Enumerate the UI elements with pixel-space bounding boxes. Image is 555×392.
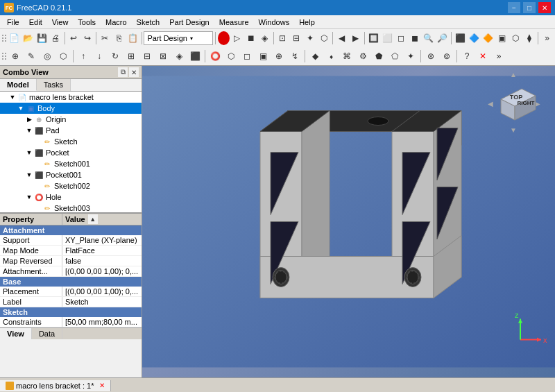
menu-file[interactable]: File [3, 17, 24, 28]
pd-btn15[interactable]: ◻ [239, 49, 255, 64]
menu-windows[interactable]: Windows [255, 17, 294, 28]
tree-item-hole[interactable]: ▼ ⭕ Hole [0, 191, 142, 203]
combo-float-btn[interactable]: ⧉ [118, 67, 128, 77]
pd-btn23[interactable]: ⬟ [371, 49, 386, 64]
print-button[interactable]: 🖨 [49, 31, 62, 46]
view-draw[interactable]: ✦ [304, 31, 317, 46]
tree-arrow-hole[interactable]: ▼ [25, 194, 33, 201]
pd-btn7[interactable]: ↻ [108, 49, 123, 64]
tb-btn-4[interactable]: ◈ [258, 31, 271, 46]
pd-btn17[interactable]: ⊕ [271, 49, 287, 64]
pd-btn19[interactable]: ◆ [307, 49, 323, 64]
nav-right[interactable]: ▶ [349, 31, 362, 46]
prop-row-placement[interactable]: Placement [(0,00 0,00 1,00); 0,... [0, 287, 142, 297]
tree-item-sketch001[interactable]: ▶ ✏ Sketch001 [0, 158, 142, 169]
pd-btn16[interactable]: ▣ [255, 49, 271, 64]
zoom-out[interactable]: 🔎 [436, 31, 449, 46]
pd-btn18[interactable]: ↯ [287, 49, 302, 64]
view6[interactable]: ◼ [408, 31, 421, 46]
tree-item-sketch002[interactable]: ▶ ✏ Sketch002 [0, 180, 142, 191]
workbench-dropdown[interactable]: Part Design ▾ [144, 31, 213, 45]
pd-btn12[interactable]: ⬛ [187, 49, 203, 64]
nav-left[interactable]: ◀ [335, 31, 348, 46]
menu-macro[interactable]: Macro [101, 17, 131, 28]
tree-item-sketch003[interactable]: ▶ ✏ Sketch003 [0, 203, 142, 213]
view-ortho[interactable]: ⬡ [318, 31, 331, 46]
menu-view[interactable]: View [48, 17, 73, 28]
close-tb-btn[interactable]: ✕ [475, 49, 490, 64]
tab-model[interactable]: Model [0, 79, 37, 91]
view3[interactable]: 🔲 [367, 31, 380, 46]
combo-close-btn[interactable]: ✕ [129, 67, 139, 77]
pd-btn3[interactable]: ◎ [40, 49, 55, 64]
prop-row-attachment[interactable]: Attachment... [(0,00 0,00 1,00); 0,... [0, 266, 142, 277]
copy-button[interactable]: ⎘ [112, 31, 126, 46]
view-fit-sel[interactable]: ⊟ [290, 31, 303, 46]
lp-tab-data[interactable]: Data [32, 328, 62, 339]
minimize-button[interactable]: − [508, 2, 520, 13]
pd-btn10[interactable]: ⊠ [155, 49, 171, 64]
tree-item-body[interactable]: ▼ ▣ Body [0, 103, 142, 114]
tree-root[interactable]: ▼ 📄 macro lens bracket [0, 92, 142, 103]
pd-btn11[interactable]: ◈ [171, 49, 187, 64]
pd-btn8[interactable]: ⊞ [123, 49, 139, 64]
pd-btn4[interactable]: ⬡ [56, 49, 71, 64]
tab-tasks[interactable]: Tasks [37, 79, 71, 91]
bottom-tab-close-btn[interactable]: ✕ [99, 382, 105, 389]
menu-measure[interactable]: Measure [215, 17, 253, 28]
tree-item-pad[interactable]: ▼ ⬛ Pad [0, 125, 142, 136]
pd-btn27[interactable]: ⊚ [439, 49, 454, 64]
tree-arrow-pocket001[interactable]: ▼ [25, 171, 33, 178]
pd-btn5[interactable]: ↑ [76, 49, 91, 64]
tree-item-sketch[interactable]: ▶ ✏ Sketch [0, 136, 142, 147]
help-btn[interactable]: ? [459, 49, 475, 64]
bottom-tab-document[interactable]: macro lens bracket : 1* ✕ [0, 380, 111, 391]
tree-item-pocket[interactable]: ▼ ⬛ Pocket [0, 147, 142, 158]
menu-sketch[interactable]: Sketch [133, 17, 164, 28]
tree-arrow-origin[interactable]: ▶ [25, 116, 33, 123]
pd-btn6[interactable]: ↓ [92, 49, 107, 64]
tree-arrow-pocket[interactable]: ▼ [25, 149, 33, 156]
prop-row-mapreversed[interactable]: Map Reversed false [0, 256, 142, 266]
zoom-in[interactable]: 🔍 [422, 31, 435, 46]
cut-button[interactable]: ✂ [99, 31, 112, 46]
new-button[interactable]: 📄 [8, 31, 21, 46]
pd-btn13[interactable]: ⭕ [207, 49, 223, 64]
tb-btn-2[interactable]: ▷ [230, 31, 244, 46]
more-btn[interactable]: » [540, 31, 554, 46]
save-button[interactable]: 💾 [35, 31, 49, 46]
prop-row-constraints[interactable]: Constraints [50,00 mm;80,00 m... [0, 317, 142, 327]
prop-scroll-up[interactable]: ▲ [88, 214, 98, 224]
pd-btn1[interactable]: ⊕ [8, 49, 23, 64]
undo-button[interactable]: ↩ [67, 31, 80, 46]
paste-button[interactable]: 📋 [126, 31, 139, 46]
prop-row-label[interactable]: Label Sketch [0, 297, 142, 307]
pd-btn2[interactable]: ✎ [24, 49, 39, 64]
pd-btn22[interactable]: ⚙ [355, 49, 370, 64]
pd-btn9[interactable]: ⊟ [139, 49, 155, 64]
menu-help[interactable]: Help [295, 17, 319, 28]
view8[interactable]: 🔷 [468, 31, 481, 46]
tree-arrow-pad[interactable]: ▼ [25, 127, 33, 134]
tree-item-pocket001[interactable]: ▼ ⬛ Pocket001 [0, 169, 142, 180]
nav-cube-svg[interactable]: ▲ ▼ ◀ ▶ TOP RIGHT [487, 71, 549, 134]
viewport[interactable]: x z ▲ ▼ ◀ ▶ TOP RIGHT [142, 66, 555, 377]
redo-button[interactable]: ↪ [80, 31, 94, 46]
close-button[interactable]: ✕ [538, 2, 551, 13]
tree-item-origin[interactable]: ▶ ⊕ Origin [0, 114, 142, 125]
menu-edit[interactable]: Edit [25, 17, 46, 28]
prop-row-mapmode[interactable]: Map Mode FlatFace [0, 246, 142, 256]
view10[interactable]: ▣ [495, 31, 509, 46]
view4[interactable]: ⬜ [381, 31, 394, 46]
view9[interactable]: 🔶 [481, 31, 495, 46]
menu-part-design[interactable]: Part Design [165, 17, 213, 28]
tb-btn-1[interactable] [218, 31, 230, 45]
prop-row-support[interactable]: Support XY_Plane (XY-plane) [0, 235, 142, 246]
more-btn2[interactable]: » [491, 49, 506, 64]
pd-btn20[interactable]: ⬧ [323, 49, 339, 64]
tb-btn-3[interactable]: ⏹ [244, 31, 257, 46]
view5[interactable]: ◻ [395, 31, 408, 46]
menu-tools[interactable]: Tools [74, 17, 100, 28]
pd-btn25[interactable]: ✦ [403, 49, 418, 64]
view12[interactable]: ⧫ [522, 31, 536, 46]
